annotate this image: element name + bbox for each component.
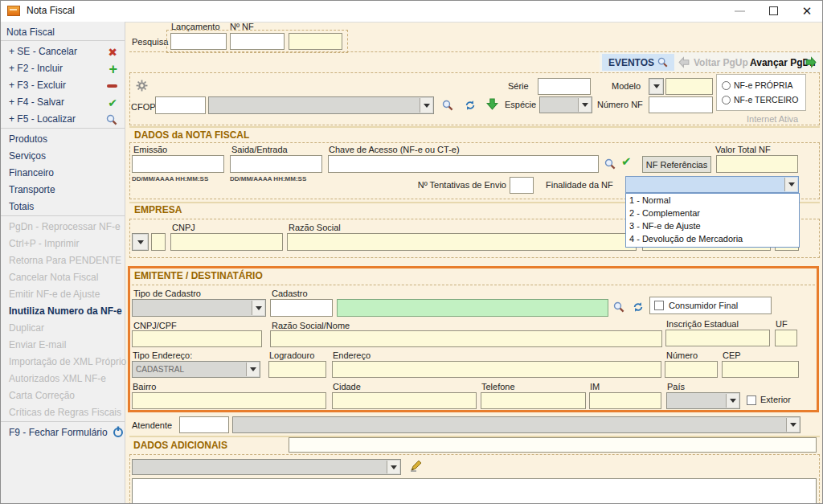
sidebar-item-servicos[interactable]: Serviços <box>1 148 125 165</box>
sidebar-item-produtos[interactable]: Produtos <box>1 131 125 148</box>
cfop-combobox[interactable] <box>208 96 434 114</box>
endereco-input[interactable] <box>332 361 661 378</box>
inscricao-label: Inscrição Estadual <box>666 319 739 329</box>
valor-total-input[interactable] <box>716 155 798 173</box>
nfe-terceiro-radio[interactable] <box>722 96 731 104</box>
sidebar-item-f3-excluir[interactable]: + F3 - Excluir <box>1 77 125 94</box>
sidebar-item-cancelar-nota-fiscal: Cancelar Nota Fiscal <box>1 269 125 286</box>
cadastro-nome-input[interactable] <box>337 299 608 317</box>
nfe-propria-radio[interactable] <box>722 81 731 90</box>
cadastro-search-icon[interactable] <box>613 301 624 313</box>
nfe-propria-label: NF-e PRÓPRIA <box>734 80 793 90</box>
sidebar-item-label: + F4 - Salvar <box>9 96 64 108</box>
im-input[interactable] <box>589 392 661 409</box>
uf-input[interactable] <box>775 330 797 346</box>
empresa-code-input[interactable] <box>151 233 166 251</box>
atendente-codigo-input[interactable] <box>179 416 229 433</box>
pesquisa-nnf-input[interactable] <box>230 33 285 50</box>
saida-entrada-input[interactable] <box>230 155 322 173</box>
uf-label: UF <box>776 319 788 329</box>
cadastro-codigo-input[interactable] <box>270 299 333 317</box>
cfop-down-arrow-icon[interactable] <box>486 98 498 110</box>
razao-nome-label: Razão Social/Nome <box>272 321 350 330</box>
nf-referencias-button[interactable]: NF Referências <box>642 156 711 173</box>
cfop-code-input[interactable] <box>155 96 206 114</box>
pesquisa-lancamento-input[interactable] <box>170 33 227 50</box>
sidebar-item-autorizados-xml-nfe: Autorizados XML NF-e <box>1 371 125 387</box>
pais-label: País <box>667 382 685 391</box>
numero-input[interactable] <box>665 361 718 378</box>
sidebar-item-carta-correcao: Carta Correção <box>1 387 125 404</box>
exterior-checkbox[interactable] <box>747 395 756 405</box>
finalidade-combobox[interactable] <box>625 176 799 193</box>
cfop-search-icon[interactable] <box>442 100 453 111</box>
cnpj-cpf-input[interactable] <box>132 330 262 347</box>
numero-nf-input[interactable] <box>649 96 713 113</box>
chave-check-icon[interactable]: ✔ <box>621 156 632 168</box>
minimize-icon <box>735 10 745 12</box>
empresa-cnpj-input[interactable] <box>170 233 283 251</box>
chave-acesso-input[interactable] <box>328 155 599 173</box>
empresa-cnpj-label: CNPJ <box>172 223 195 232</box>
saida-entrada-label: Saida/Entrada <box>231 145 288 154</box>
finalidade-option-2[interactable]: 2 - Complementar <box>626 207 799 219</box>
cadastro-refresh-icon[interactable] <box>633 301 644 313</box>
sidebar-item-inutiliza-numero-da-nfe[interactable]: Inutiliza Numero da NF-e <box>1 303 125 320</box>
razao-nome-input[interactable] <box>270 330 662 347</box>
tipo-endereco-combobox[interactable]: CADASTRAL <box>132 361 260 378</box>
emissao-input[interactable] <box>132 155 224 173</box>
edit-note-icon[interactable] <box>409 458 424 473</box>
gear-icon[interactable] <box>136 80 148 92</box>
atendente-combobox[interactable] <box>232 416 800 433</box>
sidebar-item-label: Financeiro <box>9 167 54 178</box>
back-arrow-icon[interactable] <box>678 56 690 68</box>
finalidade-option-4[interactable]: 4 - Devolução de Mercadoria <box>626 232 799 245</box>
bairro-input[interactable] <box>132 392 326 409</box>
pesquisa-extra-input[interactable] <box>289 33 342 50</box>
empresa-selector-combobox[interactable] <box>132 233 149 251</box>
sidebar-item-label: Serviços <box>9 150 46 162</box>
forward-arrow-icon[interactable] <box>805 56 817 68</box>
voltar-pgup-button: Voltar PgUp <box>694 57 748 68</box>
close-button[interactable]: ✕ <box>793 1 821 21</box>
sidebar-item-f5-localizar[interactable]: + F5 - Localizar <box>1 111 125 129</box>
maximize-button[interactable] <box>760 1 787 21</box>
sidebar-item-f2-incluir[interactable]: + F2 - Incluir+ <box>1 60 125 77</box>
consumidor-final-checkbox[interactable] <box>654 301 664 310</box>
minimize-button[interactable] <box>726 1 753 21</box>
modelo-combobox[interactable] <box>649 78 664 95</box>
sidebar-item-financeiro[interactable]: Financeiro <box>1 165 125 182</box>
sidebar-item-label: + F3 - Excluir <box>9 80 66 91</box>
dados-adicionais-section-title: DADOS ADICIONAIS <box>133 440 227 451</box>
eventos-button[interactable]: EVENTOS <box>602 54 674 71</box>
modelo-input[interactable] <box>665 78 713 95</box>
sidebar-item-se-cancelar[interactable]: + SE - Cancelar✖ <box>1 43 125 60</box>
pesquisa-label: Pesquisa <box>132 37 168 47</box>
cidade-input[interactable] <box>332 392 477 409</box>
sidebar-item-transporte[interactable]: Transporte <box>1 182 125 199</box>
pais-combobox[interactable] <box>666 392 740 409</box>
dados-adicionais-combobox[interactable] <box>132 459 401 475</box>
sidebar-item-f9-fechar-formulario[interactable]: F9 - Fechar Formulário <box>1 424 125 441</box>
cep-input[interactable] <box>722 361 799 378</box>
sidebar-item-f4-salvar[interactable]: + F4 - Salvar✔ <box>1 94 125 111</box>
serie-input[interactable] <box>538 78 591 95</box>
tentativas-input[interactable] <box>510 177 534 194</box>
chave-search-icon[interactable] <box>604 158 616 170</box>
sidebar-item-totais[interactable]: Totais <box>1 199 125 216</box>
especie-combobox[interactable] <box>539 96 592 113</box>
nfe-type-radio-group <box>716 74 806 111</box>
logradouro-input[interactable] <box>268 361 326 378</box>
empresa-razao-input[interactable] <box>287 233 637 251</box>
inscricao-input[interactable] <box>665 330 770 346</box>
tipo-cadastro-label: Tipo de Cadastro <box>133 289 201 298</box>
cep-label: CEP <box>723 350 741 360</box>
sidebar-item-label: Retorna Para PENDENTE <box>9 255 121 266</box>
finalidade-option-1[interactable]: 1 - Normal <box>626 194 799 207</box>
dados-adicionais-quick-input[interactable] <box>289 437 817 453</box>
finalidade-option-3[interactable]: 3 - NF-e de Ajuste <box>626 219 799 232</box>
tipo-cadastro-combobox[interactable] <box>132 299 266 317</box>
dados-adicionais-textarea[interactable] <box>132 478 817 504</box>
cfop-refresh-icon[interactable] <box>465 100 476 111</box>
telefone-input[interactable] <box>481 392 586 409</box>
